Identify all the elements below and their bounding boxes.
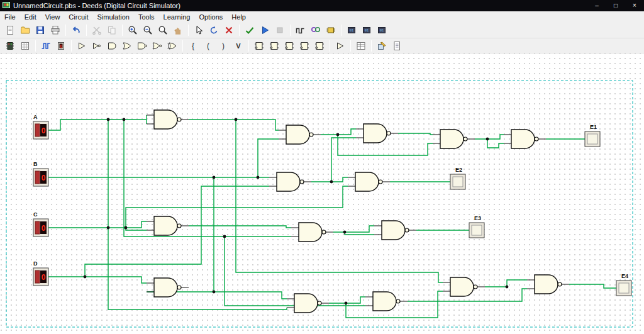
register-tool-button[interactable]: [282, 39, 296, 53]
buffer-gate-tool-button[interactable]: [75, 39, 89, 53]
pan-button[interactable]: [171, 23, 185, 37]
nand-gate[interactable]: [147, 278, 189, 297]
memory-tool-1-button[interactable]: 01: [345, 23, 358, 37]
power-tool-button[interactable]: V: [231, 39, 245, 53]
or-gate-tool-button[interactable]: [120, 39, 134, 53]
print-button[interactable]: [48, 23, 62, 37]
counter-tool-button[interactable]: [297, 39, 311, 53]
nand-gate[interactable]: [279, 125, 321, 144]
sheet-properties-button[interactable]: [390, 39, 404, 53]
nand-gate[interactable]: [348, 172, 390, 191]
undo-button[interactable]: [69, 23, 83, 37]
wire[interactable]: [487, 139, 504, 148]
menu-item-options[interactable]: Options: [194, 13, 227, 21]
maximize-button[interactable]: □: [606, 0, 625, 11]
zoom-in-button[interactable]: [126, 23, 140, 37]
rotate-component-button[interactable]: [207, 23, 221, 37]
not-gate-tool-button[interactable]: [90, 39, 104, 53]
menu-item-tools[interactable]: Tools: [134, 13, 159, 21]
open-file-button[interactable]: [18, 23, 32, 37]
output-display-E1[interactable]: E1: [585, 124, 600, 147]
input-switch-A[interactable]: A0: [33, 114, 48, 139]
flipflop-tool-2-button[interactable]: [267, 39, 281, 53]
output-display-E3[interactable]: E3: [469, 215, 484, 238]
memory-tool-3-button[interactable]: 01: [375, 23, 389, 37]
nor-gate-tool-button[interactable]: [150, 39, 164, 53]
switch-lever[interactable]: [35, 171, 40, 184]
wire[interactable]: [329, 297, 365, 303]
wire[interactable]: [333, 226, 374, 232]
menu-item-view[interactable]: View: [41, 13, 65, 21]
delay-tool-button[interactable]: [333, 39, 347, 53]
wire[interactable]: [236, 120, 443, 282]
input-switch-B[interactable]: B0: [33, 161, 48, 186]
nand-gate[interactable]: [504, 130, 546, 148]
wire[interactable]: [569, 284, 616, 288]
wire[interactable]: [48, 277, 147, 283]
wire[interactable]: [124, 120, 291, 237]
clock-generator-button[interactable]: [39, 39, 53, 53]
truth-table-tool-button[interactable]: [354, 39, 368, 53]
new-file-button[interactable]: [3, 23, 17, 37]
input-switch-D[interactable]: D0: [33, 260, 48, 286]
copy-button[interactable]: [105, 23, 119, 37]
xor-gate-tool-button[interactable]: [165, 39, 179, 53]
wire[interactable]: [189, 226, 291, 228]
timing-diagram-button[interactable]: [294, 23, 308, 37]
nand-gate[interactable]: [433, 130, 475, 148]
nand-gate[interactable]: [356, 124, 398, 143]
zoom-out-button[interactable]: [141, 23, 155, 37]
minimize-button[interactable]: –: [587, 0, 606, 11]
wire[interactable]: [398, 133, 433, 135]
switch-lever[interactable]: [35, 221, 40, 234]
wire[interactable]: [48, 120, 147, 130]
nand-gate[interactable]: [527, 275, 569, 294]
nand-gate[interactable]: [443, 277, 485, 296]
and-gate-tool-button[interactable]: [105, 39, 119, 53]
nand-gate[interactable]: [147, 110, 189, 129]
stop-simulation-button[interactable]: [273, 23, 287, 37]
nand-gate[interactable]: [287, 294, 329, 313]
wire[interactable]: [311, 177, 348, 182]
wire[interactable]: [189, 120, 279, 130]
circuit-canvas[interactable]: A0B0C0D0E1E2E3E4: [0, 53, 644, 334]
menu-item-file[interactable]: File: [0, 13, 20, 21]
save-file-button[interactable]: [33, 23, 47, 37]
switch-lever[interactable]: [35, 124, 40, 136]
menu-item-simulation[interactable]: Simulation: [93, 13, 134, 21]
delete-component-button[interactable]: [222, 23, 236, 37]
zoom-window-button[interactable]: [156, 23, 170, 37]
wire[interactable]: [331, 138, 356, 182]
ic-component-button[interactable]: [3, 39, 17, 53]
menu-item-help[interactable]: Help: [227, 13, 250, 21]
cut-button[interactable]: [90, 23, 104, 37]
flipflop-tool-1-button[interactable]: [252, 39, 266, 53]
close-button[interactable]: ×: [625, 0, 644, 11]
nand-gate[interactable]: [374, 221, 416, 240]
rom-programmer-button[interactable]: [324, 23, 338, 37]
grid-toggle-button[interactable]: [18, 39, 32, 53]
input-switch-tool-button[interactable]: 0: [54, 39, 68, 53]
menu-item-circuit[interactable]: Circuit: [64, 13, 92, 21]
switch-lever[interactable]: [35, 270, 40, 283]
memory-tool-button[interactable]: [313, 39, 326, 53]
circuit-properties-button[interactable]: [375, 39, 389, 53]
wire[interactable]: [48, 221, 147, 228]
wire[interactable]: [108, 120, 287, 309]
run-simulation-button[interactable]: [258, 23, 272, 37]
find-component-button[interactable]: [309, 23, 323, 37]
check-circuit-button[interactable]: [243, 23, 257, 37]
nand-gate[interactable]: [269, 172, 311, 191]
wire[interactable]: [258, 139, 279, 177]
menu-item-learning[interactable]: Learning: [159, 13, 195, 21]
nand-gate[interactable]: [365, 292, 408, 311]
nand-gate-tool-button[interactable]: [135, 39, 149, 53]
bus-tool-1-button[interactable]: (: [201, 39, 215, 53]
menu-item-edit[interactable]: Edit: [20, 13, 41, 21]
output-display-E2[interactable]: E2: [450, 167, 465, 189]
pointer-button[interactable]: [192, 23, 206, 37]
nand-gate[interactable]: [291, 223, 333, 242]
output-display-E4[interactable]: E4: [616, 273, 631, 296]
wire[interactable]: [475, 135, 504, 139]
bus-tool-2-button[interactable]: ): [216, 39, 230, 53]
